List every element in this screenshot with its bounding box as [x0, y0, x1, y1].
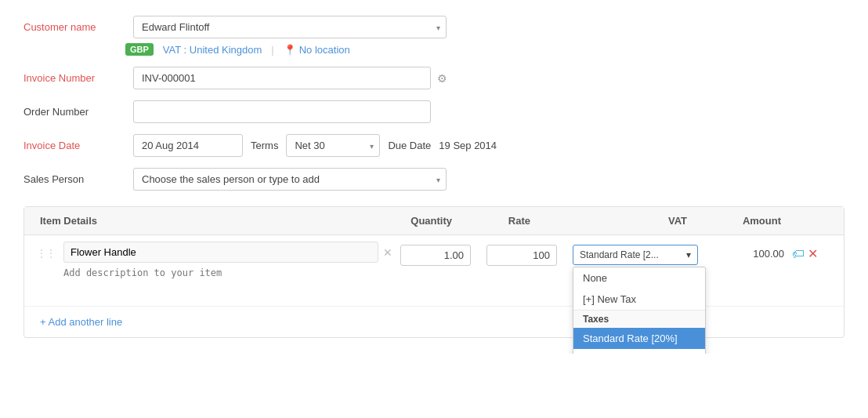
sales-person-label: Sales Person	[24, 173, 125, 185]
invoice-number-label: Invoice Number	[24, 72, 125, 84]
invoice-date-input[interactable]	[133, 134, 243, 157]
vat-cell: Standard Rate [2... ▾ None [+] New Tax T…	[573, 242, 714, 265]
vat-group-label: Taxes	[573, 311, 705, 328]
line-items-table: Item Details Quantity Rate VAT Amount ⋮⋮…	[24, 206, 844, 338]
invoice-number-row: Invoice Number ⚙	[24, 67, 844, 89]
vat-option-standard[interactable]: Standard Rate [20%]	[573, 328, 705, 349]
invoice-number-input-group: ⚙	[133, 67, 447, 89]
sales-person-row: Sales Person Choose the sales person or …	[24, 168, 844, 191]
item-description-input[interactable]	[63, 267, 392, 297]
gear-icon[interactable]: ⚙	[437, 72, 447, 85]
vat-option-none[interactable]: None	[573, 267, 705, 289]
item-clear-icon[interactable]: ✕	[383, 246, 392, 259]
vat-info: VAT : United Kingdom	[163, 44, 262, 56]
quantity-input[interactable]	[400, 245, 471, 266]
col-header-quantity: Quantity	[358, 215, 452, 227]
item-name-row: ✕	[63, 242, 392, 263]
due-date-label: Due Date	[388, 140, 431, 151]
terms-label: Terms	[251, 140, 278, 151]
col-header-vat: VAT	[530, 215, 687, 227]
invoice-form: Customer name Edward Flintoff ▾ GBP VAT …	[24, 16, 844, 191]
tag-icon[interactable]: 🏷	[792, 247, 805, 261]
customer-name-select[interactable]: Edward Flintoff	[133, 16, 447, 38]
delete-row-icon[interactable]: ✕	[808, 246, 818, 261]
terms-select-wrapper: Net 30 ▾	[286, 134, 380, 157]
table-row: ⋮⋮ ✕ Standard Rate [2... ▾ None	[24, 235, 844, 307]
terms-select[interactable]: Net 30	[286, 134, 380, 157]
vat-country[interactable]: United Kingdom	[190, 44, 262, 56]
vat-option-reduced[interactable]: Reduced Rate [5%]	[573, 349, 705, 354]
currency-badge[interactable]: GBP	[125, 43, 154, 56]
amount-cell: 100.00	[722, 242, 784, 260]
location-pin-icon: 📍	[284, 44, 296, 56]
order-number-label: Order Number	[24, 106, 125, 118]
customer-name-row: Customer name Edward Flintoff ▾	[24, 16, 844, 38]
vat-selected-value: Standard Rate [2...	[580, 249, 659, 260]
invoice-date-label: Invoice Date	[24, 140, 125, 151]
quantity-cell	[400, 242, 479, 266]
vat-dropdown: None [+] New Tax Taxes Standard Rate [20…	[573, 267, 706, 354]
vat-select-button[interactable]: Standard Rate [2... ▾	[573, 245, 698, 265]
amount-value: 100.00	[753, 248, 784, 260]
sales-person-select-wrapper: Choose the sales person or type to add ▾	[133, 168, 447, 191]
table-header: Item Details Quantity Rate VAT Amount	[24, 207, 844, 235]
action-cell: 🏷 ✕	[792, 242, 831, 261]
drag-handle-icon[interactable]: ⋮⋮	[37, 242, 56, 259]
item-name-input[interactable]	[63, 242, 378, 263]
col-header-actions	[781, 215, 828, 227]
col-header-amount: Amount	[687, 215, 781, 227]
customer-name-select-wrapper: Edward Flintoff ▾	[133, 16, 447, 38]
rate-input[interactable]	[486, 245, 557, 266]
order-number-row: Order Number	[24, 100, 844, 123]
sales-person-select[interactable]: Choose the sales person or type to add	[133, 168, 447, 191]
customer-name-label: Customer name	[24, 21, 125, 33]
rate-cell	[486, 242, 565, 266]
location-info[interactable]: 📍 No location	[284, 44, 350, 56]
item-cell: ✕	[63, 242, 392, 300]
meta-info-row: GBP VAT : United Kingdom | 📍 No location	[125, 43, 844, 56]
invoice-number-input[interactable]	[133, 67, 431, 89]
due-date-value: 19 Sep 2014	[439, 140, 497, 151]
col-header-item-details: Item Details	[40, 215, 358, 227]
separator: |	[271, 44, 273, 56]
order-number-input[interactable]	[133, 100, 431, 123]
vat-option-new-tax[interactable]: [+] New Tax	[573, 289, 705, 310]
date-terms-row: Invoice Date Terms Net 30 ▾ Due Date 19 …	[24, 134, 844, 157]
location-text: No location	[299, 44, 350, 56]
add-line-button[interactable]: + Add another line	[24, 307, 844, 337]
col-header-rate: Rate	[452, 215, 530, 227]
vat-chevron-icon: ▾	[686, 249, 691, 260]
